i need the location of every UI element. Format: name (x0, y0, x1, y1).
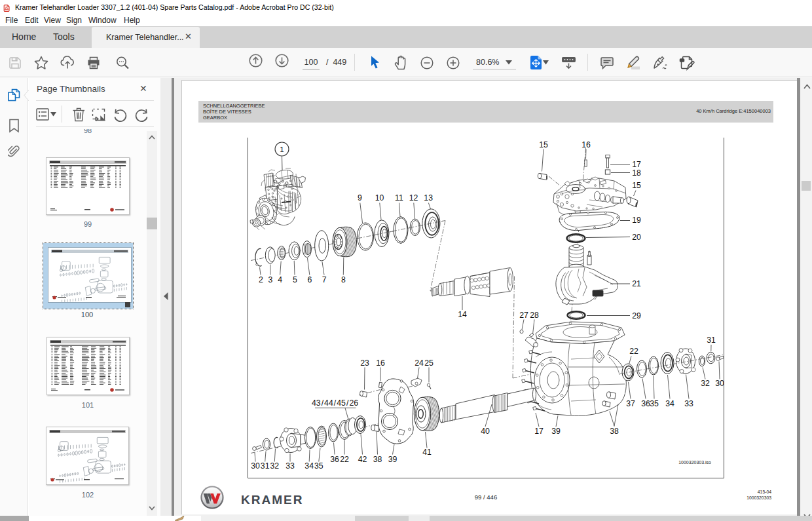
svg-text:38: 38 (610, 427, 619, 436)
svg-text:37: 37 (626, 399, 635, 408)
svg-text:33: 33 (684, 399, 693, 408)
svg-text:31: 31 (707, 336, 716, 345)
svg-text:12: 12 (409, 193, 418, 203)
svg-text:2: 2 (259, 275, 263, 284)
svg-text:1: 1 (280, 145, 284, 153)
svg-text:34: 34 (665, 399, 674, 408)
svg-text:16: 16 (376, 358, 385, 368)
svg-text:5: 5 (293, 275, 297, 284)
svg-text:17: 17 (632, 160, 641, 169)
svg-text:39: 39 (551, 427, 561, 436)
svg-text:14: 14 (458, 310, 467, 319)
svg-text:18: 18 (632, 168, 641, 178)
svg-text:1000320303.iso: 1000320303.iso (678, 460, 711, 465)
svg-text:8: 8 (341, 275, 346, 284)
svg-text:35: 35 (650, 399, 659, 408)
svg-text:22: 22 (340, 455, 349, 464)
svg-text:4: 4 (278, 275, 282, 284)
svg-text:15: 15 (632, 181, 641, 190)
svg-text:13: 13 (424, 193, 433, 203)
svg-text:10: 10 (375, 193, 384, 203)
svg-text:24: 24 (415, 358, 424, 368)
svg-text:35: 35 (314, 461, 323, 471)
svg-text:19: 19 (632, 216, 641, 225)
svg-text:28: 28 (530, 311, 539, 320)
svg-text:16: 16 (581, 140, 591, 149)
svg-text:31: 31 (261, 461, 270, 471)
svg-text:15: 15 (539, 140, 548, 149)
svg-text:3: 3 (268, 275, 272, 284)
svg-text:9: 9 (358, 193, 362, 203)
svg-text:33: 33 (286, 461, 295, 471)
svg-text:29: 29 (632, 311, 641, 320)
svg-text:17: 17 (534, 427, 544, 436)
svg-text:41: 41 (422, 448, 432, 457)
svg-text:30: 30 (251, 461, 260, 471)
svg-text:42: 42 (358, 455, 367, 464)
svg-text:20: 20 (632, 233, 641, 242)
svg-text:6: 6 (307, 275, 312, 284)
svg-text:21: 21 (632, 279, 641, 288)
svg-text:34: 34 (304, 461, 314, 471)
svg-text:39: 39 (388, 455, 397, 464)
svg-text:38: 38 (373, 455, 382, 464)
svg-text:36: 36 (641, 399, 650, 408)
svg-text:30: 30 (715, 379, 724, 388)
svg-text:32: 32 (270, 461, 279, 471)
svg-text:11: 11 (395, 193, 403, 203)
svg-text:22: 22 (629, 347, 638, 356)
svg-text:7: 7 (322, 275, 327, 284)
svg-text:23: 23 (360, 358, 369, 368)
svg-text:40: 40 (481, 427, 490, 436)
svg-text:36: 36 (330, 455, 339, 464)
svg-text:32: 32 (701, 379, 710, 388)
svg-text:43 / 44 / 45 / 26: 43 / 44 / 45 / 26 (312, 398, 358, 408)
svg-text:25: 25 (424, 358, 434, 368)
svg-text:27: 27 (519, 311, 528, 320)
